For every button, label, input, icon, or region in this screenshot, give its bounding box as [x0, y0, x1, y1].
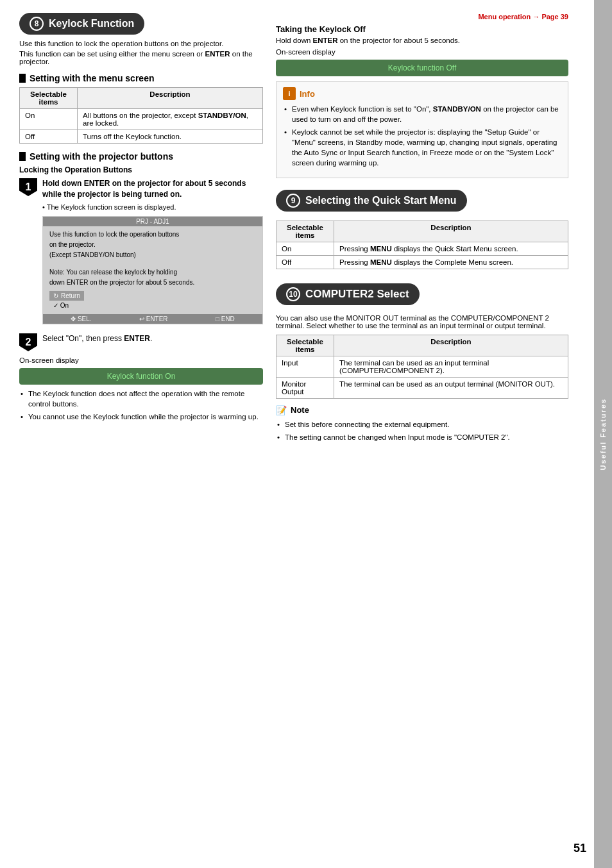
list-item: You cannot use the Keylock function whil… [19, 412, 263, 422]
list-item: Keylock cannot be set while the projecto… [283, 127, 561, 168]
prj-footer: ✥ SEL. ↩ ENTER □ END [43, 314, 262, 324]
table-col1: Selectable items [276, 221, 334, 242]
note-icon: 📝 [276, 405, 287, 415]
menu-screen-table: Selectable items Description On All butt… [19, 87, 263, 144]
list-item: The Keylock function does not affect the… [19, 388, 263, 409]
side-tab: Useful Features [594, 0, 612, 868]
table-row: On All buttons on the projector, except … [20, 109, 263, 130]
step1-text: Hold down ENTER on the projector for abo… [42, 178, 263, 200]
step2-text: Select "On", then press ENTER. [42, 333, 263, 344]
section10-header: 10 COMPUTER2 Select [276, 283, 420, 305]
table-row: Monitor Output The terminal can be used … [276, 377, 568, 398]
section10-title: COMPUTER2 Select [305, 288, 409, 301]
section10-circle: 10 [286, 287, 300, 301]
step1-box: 1 Hold down ENTER on the projector for a… [19, 178, 263, 328]
section8-intro2: This function can be set using either th… [19, 50, 263, 65]
step2-content: Select "On", then press ENTER. [42, 333, 263, 351]
prj-title-bar: PRJ - ADJ1 [43, 217, 262, 226]
list-item: Set this before connecting the external … [276, 419, 568, 430]
step1-num: 1 [19, 178, 37, 196]
table-row: On Pressing MENU displays the Quick Star… [276, 242, 568, 255]
table-row: Off Pressing MENU displays the Complete … [276, 255, 568, 269]
projector-buttons-header: Setting with the projector buttons [19, 151, 263, 162]
right-column: Menu operation → Page 39 Taking the Keyl… [276, 13, 568, 855]
bullets-after: The Keylock function does not affect the… [19, 388, 263, 422]
section8-header: 8 Keylock Function [19, 13, 144, 35]
menu-screen-header: Setting with the menu screen [19, 73, 263, 83]
section8-intro1: Use this function to lock the operation … [19, 40, 263, 47]
keylock-off-display: Keylock function Off [276, 60, 568, 76]
prj-return-bar: ↻ Return [49, 291, 84, 301]
on-screen-display-label2: On-screen display [276, 48, 568, 56]
section8-title: Keylock Function [49, 18, 134, 29]
info-bullet-list: Even when Keylock function is set to "On… [283, 104, 561, 169]
step1-content: Hold down ENTER on the projector for abo… [42, 178, 263, 328]
taking-keylock-off-text: Hold down ENTER on the projector for abo… [276, 37, 568, 44]
table-col2: Description [334, 221, 568, 242]
side-tab-label: Useful Features [599, 398, 607, 471]
taking-keylock-off-header: Taking the Keylock Off [276, 24, 568, 34]
info-box-header: i Info [283, 87, 561, 100]
table-col2: Description [334, 335, 568, 356]
section10-table: Selectable items Description Input The t… [276, 335, 568, 399]
section8-circle: 8 [30, 17, 44, 31]
section10-intro: You can also use the MONITOR OUT termina… [276, 314, 568, 330]
step1-bullet: • The Keylock function screen is display… [42, 203, 263, 212]
main-content: 8 Keylock Function Use this function to … [0, 0, 594, 868]
section9-title: Selecting the Quick Start Menu [305, 195, 457, 206]
section9-table: Selectable items Description On Pressing… [276, 221, 568, 269]
note-bullet-list: Set this before connecting the external … [276, 419, 568, 442]
keylock-on-display: Keylock function On [19, 368, 263, 385]
step2-num: 2 [19, 333, 37, 351]
prj-on-text: ✓ On [49, 301, 256, 310]
table-row: Off Turns off the Keylock function. [20, 130, 263, 144]
table-row: Input The terminal can be used as an inp… [276, 356, 568, 377]
section9-header: 9 Selecting the Quick Start Menu [276, 190, 467, 212]
step2-box: 2 Select "On", then press ENTER. [19, 333, 263, 351]
table-col2: Description [78, 88, 263, 109]
prj-screen: PRJ - ADJ1 Use this function to lock the… [42, 216, 263, 324]
on-screen-label: On-screen display [19, 356, 263, 364]
prj-body: Use this function to lock the operation … [43, 226, 262, 314]
page: Useful Features 8 Keylock Function Use t… [0, 0, 612, 868]
info-icon: i [283, 87, 296, 100]
info-box: i Info Even when Keylock function is set… [276, 81, 568, 178]
list-item: Even when Keylock function is set to "On… [283, 104, 561, 124]
table-col1: Selectable items [20, 88, 78, 109]
table-col1: Selectable items [276, 335, 334, 356]
list-item: The setting cannot be changed when Input… [276, 432, 568, 442]
page-number: 51 [574, 842, 586, 855]
left-column: 8 Keylock Function Use this function to … [19, 13, 263, 855]
locking-header: Locking the Operation Buttons [19, 165, 263, 174]
menu-operation: Menu operation → Page 39 [276, 13, 568, 21]
section9-circle: 9 [286, 194, 300, 208]
note-header: 📝 Note [276, 405, 568, 415]
note-box: 📝 Note Set this before connecting the ex… [276, 405, 568, 442]
